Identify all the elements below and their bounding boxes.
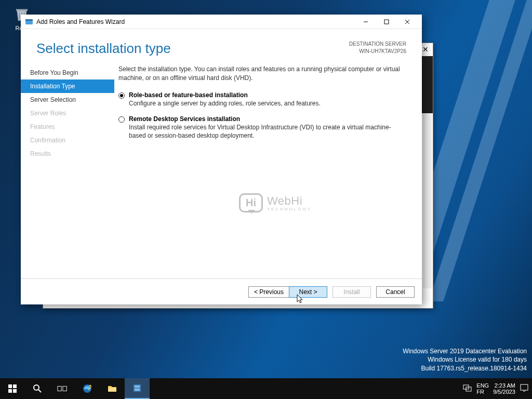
svg-rect-3 [8, 384, 12, 388]
bg-window-close-icon[interactable]: ✕ [422, 45, 429, 54]
cancel-button[interactable]: Cancel [376, 286, 415, 298]
step-before-you-begin[interactable]: Before You Begin [21, 66, 114, 79]
radio-role-based[interactable] [118, 92, 125, 99]
minimize-button[interactable] [355, 16, 376, 28]
page-title: Select installation type [36, 41, 349, 57]
destination-server: DESTINATION SERVER WIN-UH7KTAV2P26 [349, 41, 406, 55]
notifications-icon [520, 383, 529, 393]
wizard-app-icon [25, 18, 33, 26]
wizard-titlebar[interactable]: Add Roles and Features Wizard [21, 15, 422, 29]
step-confirmation: Confirmation [21, 134, 114, 147]
svg-rect-1 [25, 19, 33, 21]
svg-rect-2 [384, 20, 389, 24]
wizard-steps-sidebar: Before You Begin Installation Type Serve… [21, 65, 114, 277]
svg-rect-9 [63, 386, 66, 391]
network-icon [463, 384, 472, 392]
notifications-button[interactable] [520, 383, 529, 394]
server-manager-icon [132, 383, 142, 393]
file-explorer-icon [107, 383, 117, 394]
option-role-based-desc: Configure a single server by adding role… [129, 99, 406, 108]
taskbar: ENG FR 2:23 AM 9/5/2023 [0, 378, 532, 399]
server-manager-button[interactable] [125, 378, 150, 399]
svg-rect-11 [108, 388, 116, 392]
next-button[interactable]: Next > [289, 286, 327, 298]
svg-point-7 [34, 385, 39, 390]
windows-icon [7, 383, 18, 394]
desktop-light-beams [418, 0, 532, 291]
wizard-footer: < Previous Next > Install Cancel [21, 278, 422, 304]
svg-rect-8 [58, 386, 61, 391]
wizard-window: Add Roles and Features Wizard Select ins… [21, 15, 422, 304]
lang-secondary: FR [476, 389, 489, 395]
step-features: Features [21, 120, 114, 134]
option-rds-desc: Install required role services for Virtu… [129, 123, 406, 141]
option-rds-title: Remote Desktop Services installation [129, 115, 406, 123]
license-line-1: Windows Server 2019 Datacenter Evaluatio… [403, 347, 527, 356]
maximize-button[interactable] [376, 16, 397, 28]
option-role-based-title: Role-based or feature-based installation [129, 91, 406, 99]
step-server-roles: Server Roles [21, 107, 114, 120]
destination-label: DESTINATION SERVER [349, 41, 406, 48]
explorer-button[interactable] [100, 378, 125, 399]
destination-value: WIN-UH7KTAV2P26 [349, 48, 406, 55]
intro-text: Select the installation type. You can in… [118, 65, 406, 83]
task-view-button[interactable] [50, 378, 75, 399]
clock-date: 9/5/2023 [493, 389, 515, 395]
step-installation-type[interactable]: Installation Type [21, 79, 114, 93]
lang-primary: ENG [476, 382, 489, 389]
license-line-3: Build 17763.rs5_release.180914-1434 [403, 364, 527, 373]
search-button[interactable] [25, 378, 50, 399]
network-tray-icon[interactable] [463, 384, 472, 393]
task-view-icon [57, 383, 68, 394]
wizard-window-title: Add Roles and Features Wizard [36, 18, 125, 25]
internet-explorer-icon [82, 383, 92, 394]
svg-rect-5 [8, 389, 12, 393]
svg-rect-6 [13, 389, 17, 393]
clock[interactable]: 2:23 AM 9/5/2023 [493, 382, 515, 395]
svg-rect-4 [13, 384, 17, 388]
option-role-based[interactable]: Role-based or feature-based installation… [118, 91, 406, 108]
clock-time: 2:23 AM [493, 382, 515, 389]
previous-button[interactable]: < Previous [248, 286, 289, 298]
ie-button[interactable] [75, 378, 100, 399]
step-results: Results [21, 147, 114, 161]
svg-rect-13 [135, 385, 140, 388]
install-button: Install [332, 286, 371, 298]
close-button[interactable] [397, 16, 418, 28]
search-icon [32, 383, 43, 394]
language-indicator[interactable]: ENG FR [476, 382, 489, 395]
svg-rect-14 [135, 389, 140, 391]
wizard-content: Select the installation type. You can in… [114, 65, 422, 277]
radio-rds[interactable] [118, 116, 125, 123]
svg-rect-17 [521, 384, 528, 390]
step-server-selection[interactable]: Server Selection [21, 93, 114, 107]
bg-window-scrollbar[interactable] [423, 114, 432, 288]
wizard-header: Select installation type DESTINATION SER… [21, 29, 422, 60]
license-line-2: Windows License valid for 180 days [403, 355, 527, 364]
license-watermark: Windows Server 2019 Datacenter Evaluatio… [403, 347, 527, 373]
start-button[interactable] [0, 378, 25, 399]
option-rds[interactable]: Remote Desktop Services installation Ins… [118, 115, 406, 141]
